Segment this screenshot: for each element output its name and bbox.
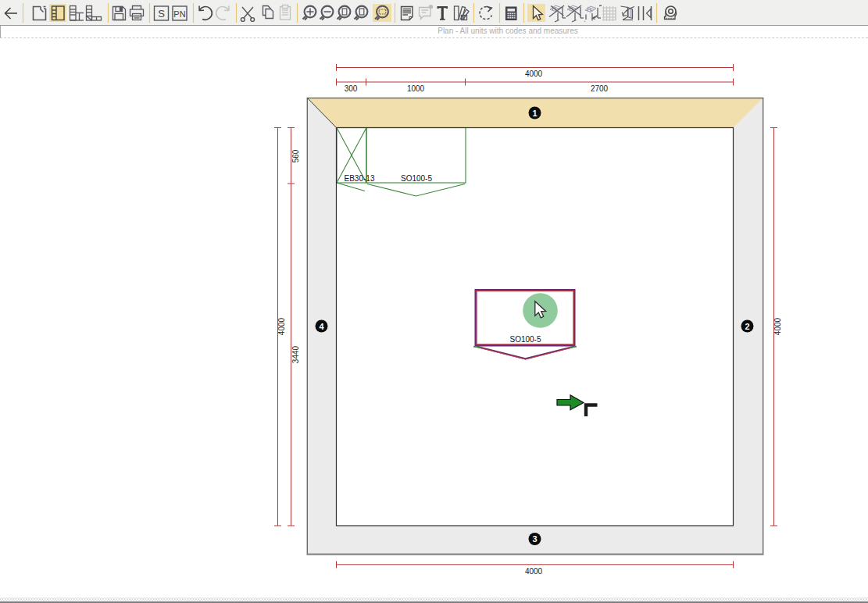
svg-text:3440: 3440 bbox=[291, 345, 300, 363]
svg-text:1: 1 bbox=[532, 109, 537, 118]
svg-text:EB30-13: EB30-13 bbox=[345, 174, 375, 183]
svg-text:4: 4 bbox=[319, 322, 324, 331]
svg-text:1000: 1000 bbox=[407, 84, 425, 93]
svg-text:PN: PN bbox=[173, 9, 185, 19]
svg-text:4000: 4000 bbox=[277, 317, 286, 335]
svg-text:4000: 4000 bbox=[525, 567, 543, 576]
svg-text:S: S bbox=[158, 8, 165, 20]
svg-text:3: 3 bbox=[532, 534, 537, 544]
svg-text:4000: 4000 bbox=[525, 70, 543, 78]
svg-text:4000: 4000 bbox=[773, 317, 782, 335]
svg-text:300: 300 bbox=[345, 84, 358, 93]
svg-text:SO100-5: SO100-5 bbox=[401, 174, 432, 183]
svg-text:2700: 2700 bbox=[591, 84, 609, 93]
svg-text:560: 560 bbox=[291, 149, 300, 162]
svg-text:SO100-5: SO100-5 bbox=[509, 335, 541, 344]
svg-text:2: 2 bbox=[745, 322, 749, 331]
